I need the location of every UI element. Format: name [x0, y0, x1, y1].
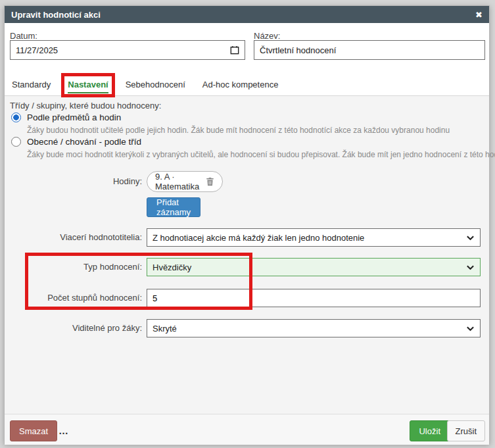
rating-levels-field[interactable] [147, 289, 481, 307]
name-label: Název: [254, 31, 280, 41]
name-input[interactable] [254, 41, 484, 59]
radio-by-subjects[interactable]: Podle předmětů a hodin [11, 112, 121, 122]
name-field[interactable] [254, 40, 485, 60]
multi-evaluators-select[interactable]: Z hodnotiacej akcie má každý žiak len je… [147, 228, 481, 247]
chevron-down-icon [466, 324, 475, 333]
date-input[interactable] [11, 41, 230, 59]
date-field[interactable] [10, 40, 245, 60]
radio-selected-icon[interactable] [11, 112, 21, 122]
tab-bar: Standardy Nastavení Sebehodnocení Ad-hoc… [9, 74, 293, 96]
chevron-down-icon [466, 263, 475, 272]
visibility-label: Viditelné pro žáky: [10, 319, 142, 337]
page-background: Upravit hodnoticí akci ✖ Datum: Název: S… [0, 0, 495, 448]
radio-general-behavior[interactable]: Obecné / chování - podle tříd [11, 137, 141, 147]
rating-levels-input[interactable] [147, 289, 480, 307]
delete-button[interactable]: Smazat [10, 420, 57, 441]
more-options-button[interactable]: … [59, 420, 69, 441]
visibility-select[interactable]: Skryté [147, 319, 481, 337]
date-label: Datum: [10, 31, 37, 41]
tab-content: Třídy / skupiny, které budou hodnoceny: … [5, 95, 489, 414]
rating-levels-label: Počet stupňů hodnocení: [10, 289, 142, 307]
dialog-footer: Smazat … Uložit Zrušit [5, 414, 489, 445]
hours-chip[interactable]: 9. A · Matematika [147, 171, 223, 192]
radio-by-subjects-description: Žáky budou hodnotit učitelé podle jejich… [27, 126, 450, 135]
save-button[interactable]: Uložit [410, 420, 450, 441]
radio-general-behavior-description: Žáky bude moci hodnotit kterýkoli z vybr… [27, 150, 495, 159]
rating-type-select[interactable]: Hvězdičky [147, 258, 481, 276]
multi-evaluators-label: Viacerí hodnototitelia: [10, 228, 142, 247]
tab-standardy[interactable]: Standardy [9, 74, 53, 96]
rating-type-label: Typ hodnocení: [10, 258, 142, 276]
active-tab-underline [68, 92, 108, 93]
cancel-button[interactable]: Zrušit [447, 420, 486, 441]
close-icon[interactable]: ✖ [475, 11, 483, 19]
chevron-down-icon [466, 234, 475, 242]
calendar-icon[interactable] [230, 45, 239, 55]
radio-unselected-icon[interactable] [11, 137, 21, 147]
hours-label: Hodiny: [10, 171, 142, 192]
tab-nastaveni[interactable]: Nastavení [65, 74, 110, 96]
add-records-button[interactable]: Přidat záznamy [147, 197, 200, 217]
dialog-titlebar: Upravit hodnoticí akci ✖ [5, 6, 489, 23]
tab-sebehodnoceni[interactable]: Sebehodnocení [123, 74, 188, 96]
section-label: Třídy / skupiny, které budou hodnoceny: [10, 101, 161, 111]
trash-icon[interactable] [206, 177, 214, 186]
tab-adhoc-kompetence[interactable]: Ad-hoc kompetence [200, 74, 281, 96]
edit-rating-action-dialog: Upravit hodnoticí akci ✖ Datum: Název: S… [4, 5, 490, 444]
dialog-title: Upravit hodnoticí akci [11, 10, 101, 20]
